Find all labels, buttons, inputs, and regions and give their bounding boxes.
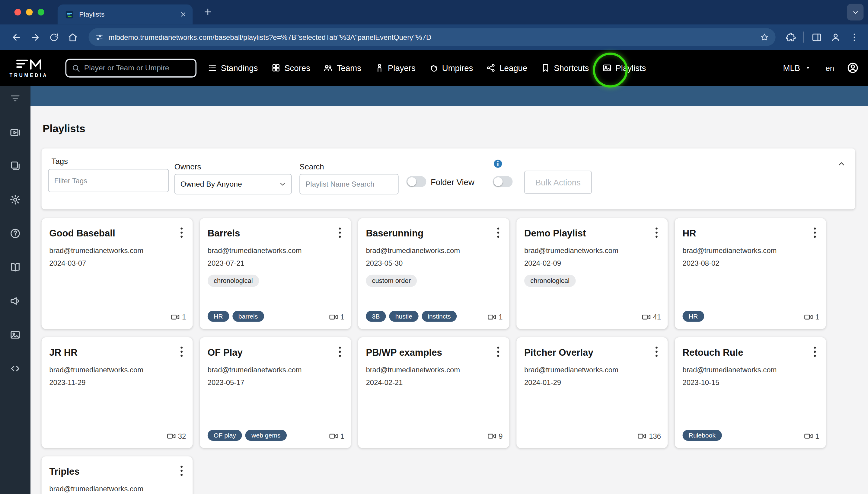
tag-list: OF playweb gems [208,430,287,441]
tag-pill[interactable]: OF play [208,430,242,441]
video-camera-icon [487,312,496,322]
back-button[interactable] [8,29,24,45]
sidebar-item-filter[interactable] [8,92,22,105]
global-search-input[interactable] [84,64,191,72]
kebab-menu-icon[interactable] [174,226,189,240]
new-tab-button[interactable] [202,7,213,17]
playlist-card[interactable]: JR HRbrad@trumedianetworks.com2023-11-29… [42,337,193,448]
shortcuts-icon [540,63,550,73]
tag-list: 3Bhustleinstincts [366,311,457,322]
playlist-card[interactable]: OF Playbrad@trumedianetworks.com2023-05-… [200,337,351,448]
tag-pill[interactable]: hustle [389,311,419,322]
sidebar-item-glossary[interactable] [8,260,22,273]
sidebar-item-settings[interactable] [8,193,22,206]
account-icon[interactable] [846,62,859,74]
playlist-card[interactable]: PB/WP examplesbrad@trumedianetworks.com2… [358,337,510,448]
global-search[interactable] [65,59,196,77]
playlist-date: 2023-10-15 [683,378,818,387]
playlist-owner: brad@trumedianetworks.com [49,484,185,493]
tag-pill[interactable]: 3B [366,311,386,322]
tag-pill[interactable]: web gems [245,430,287,441]
collapse-panel-icon[interactable] [836,159,846,169]
tags-filter-input[interactable] [48,169,169,192]
kebab-menu-icon[interactable] [333,344,347,359]
nav-item-shortcuts[interactable]: Shortcuts [540,63,589,73]
kebab-menu-icon[interactable] [491,344,506,359]
tag-pill[interactable]: barrels [232,311,264,322]
playlist-card[interactable]: HRbrad@trumedianetworks.com2023-08-02HR1 [675,218,826,329]
playlist-card[interactable]: Retouch Rulebrad@trumedianetworks.com202… [675,337,826,448]
header-right: MLB en [783,62,868,74]
nav-item-scores[interactable]: Scores [271,63,310,73]
tag-pill[interactable]: HR [683,311,704,322]
nav-item-umpires[interactable]: Umpires [429,63,473,73]
playlist-owner: brad@trumedianetworks.com [208,366,343,374]
nav-item-playlists[interactable]: Playlists [602,63,646,73]
nav-item-players[interactable]: Players [375,63,416,73]
reload-button[interactable] [45,29,62,45]
announcements-icon [9,295,21,307]
kebab-menu-icon[interactable] [649,226,664,240]
playlist-card[interactable]: Barrelsbrad@trumedianetworks.com2023-07-… [200,218,351,329]
site-info-icon[interactable] [95,33,103,41]
playlist-card[interactable]: Good Baseballbrad@trumedianetworks.com20… [42,218,193,329]
sidebar-item-video-library[interactable] [8,125,22,138]
folder-view-toggle[interactable] [406,176,426,187]
browser-profile-button[interactable] [827,29,844,45]
tab-search-button[interactable] [847,4,864,21]
nav-item-teams[interactable]: Teams [323,63,361,73]
url-text: mlbdemo.trumedianetworks.com/baseball/pl… [108,33,754,41]
kebab-menu-icon[interactable] [808,344,822,359]
kebab-menu-icon[interactable] [491,226,506,240]
kebab-menu-icon[interactable] [174,463,189,478]
video-library-icon [9,126,21,138]
window-minimize-button[interactable] [26,9,33,15]
sidebar-item-announcements[interactable] [8,294,22,307]
side-panel-button[interactable] [808,29,825,45]
forward-button[interactable] [26,29,43,45]
nav-item-league[interactable]: League [486,63,527,73]
side-panel-icon [811,32,822,42]
search-label: Search [299,162,324,171]
playlist-date: 2023-08-02 [683,259,818,268]
tag-pill[interactable]: Rulebook [683,430,722,441]
url-bar[interactable]: mlbdemo.trumedianetworks.com/baseball/pl… [88,28,775,46]
bookmark-star-icon[interactable] [760,33,769,41]
nav-item-standings[interactable]: Standings [208,63,258,73]
extensions-button[interactable] [782,29,799,45]
close-icon[interactable] [179,11,187,18]
tag-pill[interactable]: HR [208,311,229,322]
browser-menu-button[interactable] [846,29,863,45]
browser-tab[interactable]: Playlists [58,4,193,24]
clip-count: 1 [804,432,820,441]
playlist-card[interactable]: Demo Playlistbrad@trumedianetworks.com20… [516,218,668,329]
home-button[interactable] [64,29,81,45]
clip-count-value: 1 [182,313,186,321]
filter-panel: Tags Owners Owned By Anyone Search Folde… [42,149,855,210]
info-icon[interactable] [493,158,503,169]
playlist-card[interactable]: Baserunningbrad@trumedianetworks.com2023… [358,218,510,329]
trumedia-logo[interactable]: TRUMEDIA [0,58,58,78]
language-selector[interactable]: en [826,63,834,72]
sidebar-item-media[interactable] [8,328,22,341]
kebab-menu-icon[interactable] [174,344,189,359]
sidebar-item-cards[interactable] [8,159,22,172]
playlist-title: Retouch Rule [683,347,818,358]
owners-select[interactable]: Owned By Anyone [174,174,292,194]
bulk-select-toggle[interactable] [493,176,512,187]
kebab-menu-icon[interactable] [333,226,347,240]
window-zoom-button[interactable] [38,9,44,15]
playlist-title: Triples [49,466,185,477]
playlist-card[interactable]: Pitcher Overlaybrad@trumedianetworks.com… [516,337,668,448]
bulk-actions-button[interactable]: Bulk Actions [524,171,592,194]
playlist-search-input[interactable] [299,174,398,194]
window-close-button[interactable] [15,9,21,15]
kebab-menu-icon[interactable] [808,226,822,240]
sidebar-item-code[interactable] [8,362,22,375]
clip-count-value: 1 [340,432,344,440]
league-selector[interactable]: MLB [783,63,811,73]
kebab-menu-icon[interactable] [649,344,664,359]
playlist-card[interactable]: Triplesbrad@trumedianetworks.com [42,456,193,494]
tag-pill[interactable]: instincts [422,311,457,322]
sidebar-item-help[interactable] [8,226,22,240]
